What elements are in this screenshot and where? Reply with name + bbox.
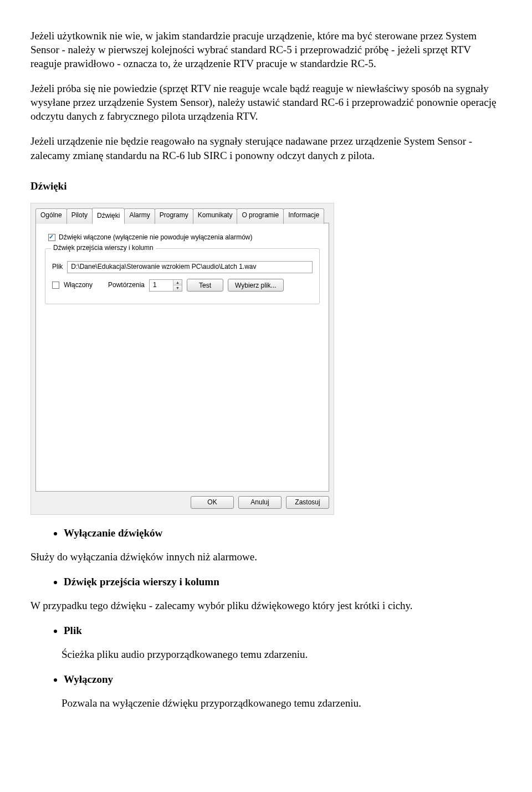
settings-dialog: Ogólne Piloty Dźwięki Alarmy Programy Ko… [30, 203, 334, 515]
list-item-heading: Wyłączanie dźwięków [64, 527, 162, 539]
list-item-heading: Plik [64, 625, 82, 636]
paragraph-1: Jeżeli użytkownik nie wie, w jakim stand… [30, 29, 502, 70]
list-item: Dźwięk przejścia wierszy i kolumn [64, 575, 502, 589]
groupbox-transition-sound: Dźwięk przejścia wierszy i kolumn Plik D… [45, 248, 320, 304]
list-item: Wyłączony [64, 672, 502, 686]
test-button[interactable]: Test [187, 279, 223, 292]
tab-ogolne[interactable]: Ogólne [35, 208, 67, 224]
paragraph-2: Jeżeli próba się nie powiedzie (sprzęt R… [30, 81, 502, 123]
cancel-button[interactable]: Anuluj [238, 496, 282, 509]
sound-enabled-label: Włączony [64, 281, 104, 290]
list-item-description: Pozwala na wyłączenie dźwięku przyporząd… [30, 696, 502, 710]
tab-dzwieki[interactable]: Dźwięki [92, 208, 125, 223]
sounds-enabled-label: Dźwięki włączone (wyłączenie nie powoduj… [59, 233, 252, 242]
list-item-heading: Dźwięk przejścia wierszy i kolumn [64, 576, 219, 587]
file-path-field[interactable]: D:\Dane\Edukacja\Sterowanie wzrokiem PC\… [67, 261, 313, 273]
tab-informacje[interactable]: Informacje [283, 208, 324, 224]
ok-button[interactable]: OK [191, 496, 234, 509]
tab-panel-dzwieki: Dźwięki włączone (wyłączenie nie powoduj… [35, 223, 329, 492]
apply-button[interactable]: Zastosuj [286, 496, 329, 509]
spin-down-icon[interactable]: ▼ [173, 285, 182, 291]
paragraph-3: Jeżeli urządzenie nie będzie reagowało n… [30, 134, 502, 162]
choose-file-button[interactable]: Wybierz plik... [228, 279, 284, 292]
spin-up-icon[interactable]: ▲ [173, 280, 182, 286]
groupbox-legend: Dźwięk przejścia wierszy i kolumn [51, 244, 156, 253]
list-item-description: Ścieżka pliku audio przyporządkowanego t… [30, 647, 502, 661]
list-item-heading: Wyłączony [64, 673, 113, 685]
repeat-value: 1 [150, 280, 173, 291]
list-item-description: W przypadku tego dźwięku - zalecamy wybó… [30, 599, 502, 612]
sounds-enabled-checkbox[interactable] [48, 234, 55, 241]
section-heading-sounds: Dźwięki [30, 179, 502, 193]
tab-o-programie[interactable]: O programie [237, 208, 284, 224]
sound-enabled-checkbox[interactable] [52, 282, 59, 289]
list-item: Wyłączanie dźwięków [64, 526, 502, 540]
repeat-spinner[interactable]: 1 ▲ ▼ [149, 279, 182, 292]
tab-piloty[interactable]: Piloty [66, 208, 93, 224]
tab-komunikaty[interactable]: Komunikaty [193, 208, 238, 224]
tab-programy[interactable]: Programy [155, 208, 193, 224]
file-label: Plik [52, 263, 63, 272]
list-item: Plik [64, 624, 502, 637]
repeat-label: Powtórzenia [108, 281, 145, 290]
tab-strip: Ogólne Piloty Dźwięki Alarmy Programy Ko… [35, 208, 329, 223]
tab-alarmy[interactable]: Alarmy [124, 208, 155, 224]
list-item-description: Służy do wyłączania dźwięków innych niż … [30, 550, 502, 564]
